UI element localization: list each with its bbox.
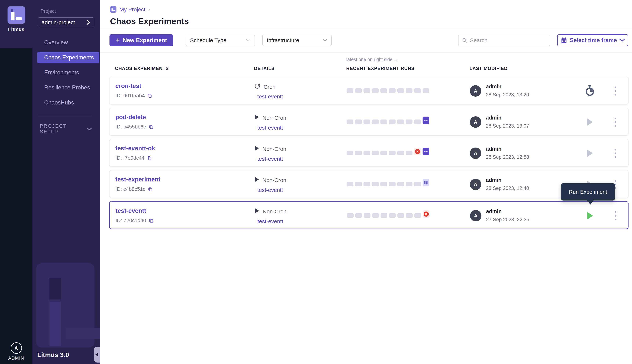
rail-user-section: A ADMIN <box>0 342 33 364</box>
project-label: Project <box>41 8 100 14</box>
infrastructure-link[interactable]: test-eventt <box>257 187 283 193</box>
play-outline-icon <box>255 208 259 215</box>
infrastructure-link[interactable]: test-eventt <box>257 156 283 162</box>
sidebar-item-resilience-probes[interactable]: Resilience Probes <box>37 82 99 93</box>
infrastructure-link[interactable]: test-eventt <box>258 218 283 224</box>
experiment-row-test-eventt[interactable]: test-eventtID: 720c1d40Non-Crontest-even… <box>109 201 628 229</box>
infrastructure-link[interactable]: test-eventt <box>257 125 283 131</box>
run-paused-cell[interactable] <box>423 179 429 186</box>
experiment-id-text: ID: d01f5ab4 <box>115 93 145 98</box>
rail-logo-section: Litmus <box>0 0 33 48</box>
experiment-name-link[interactable]: cron-test <box>115 82 141 90</box>
run-empty-cell <box>363 182 370 186</box>
experiment-row-test-experiment[interactable]: test-experimentID: c4b8c51cNon-Crontest-… <box>109 170 628 198</box>
row-menu-button[interactable] <box>612 210 619 222</box>
run-running-cell[interactable] <box>423 116 429 124</box>
modified-by-user: admin <box>486 84 501 90</box>
run-experiment-button[interactable] <box>584 147 595 159</box>
run-empty-cell <box>406 182 412 186</box>
run-empty-cell <box>414 182 421 186</box>
run-running-cell[interactable] <box>423 148 429 155</box>
experiment-id-text: ID: c4b8c51c <box>115 186 145 192</box>
schedule-type: Non-Cron <box>254 114 286 121</box>
run-empty-cell <box>372 151 379 155</box>
run-empty-cell <box>372 182 379 186</box>
row-menu-button[interactable] <box>612 147 619 160</box>
run-empty-cell <box>347 88 353 93</box>
run-empty-cell <box>406 88 412 93</box>
run-empty-cell <box>372 120 379 124</box>
select-time-frame-button[interactable]: Select time frame <box>557 34 628 46</box>
run-experiment-button[interactable] <box>584 116 595 128</box>
project-selector[interactable]: admin-project <box>38 18 94 27</box>
experiment-id-text: ID: f7e9dc44 <box>115 155 145 161</box>
sidebar-divider <box>38 116 92 116</box>
run-experiment-button[interactable] <box>584 210 596 222</box>
run-empty-cell <box>397 182 404 186</box>
schedule-type-label: Schedule Type <box>190 37 226 44</box>
recent-runs <box>347 116 429 124</box>
calendar-icon <box>561 37 567 44</box>
run-empty-cell <box>347 151 353 155</box>
copy-icon[interactable] <box>147 156 152 160</box>
experiment-row-pod-delete[interactable]: pod-deleteID: b455bb6eNon-Crontest-event… <box>109 108 628 136</box>
modified-date: 27 Sep 2023, 22:35 <box>486 217 529 222</box>
run-empty-cell <box>397 213 404 218</box>
search-icon <box>462 37 467 44</box>
run-empty-cell <box>347 213 354 218</box>
sidebar-item-chaos-experiments[interactable]: Chaos Experiments <box>37 52 99 63</box>
new-experiment-button[interactable]: + New Experiment <box>110 34 173 46</box>
experiment-name-link[interactable]: pod-delete <box>115 114 146 120</box>
run-failed-cell[interactable]: ✕ <box>423 210 429 218</box>
run-empty-cell <box>406 151 412 155</box>
user-avatar[interactable]: A <box>11 342 22 354</box>
schedule-type-select[interactable]: Schedule Type <box>186 35 255 46</box>
experiment-name-link[interactable]: test-eventt <box>116 207 146 214</box>
run-empty-cell <box>389 120 396 124</box>
row-menu-button[interactable] <box>612 85 619 97</box>
breadcrumb-logo-icon <box>110 6 117 13</box>
run-failed-cell[interactable]: ✕ <box>414 148 421 155</box>
modified-by-user: admin <box>486 208 502 214</box>
copy-icon[interactable] <box>149 124 154 130</box>
schedule-type-label: Cron <box>264 84 275 90</box>
sidebar-item-chaoshubs[interactable]: ChaosHubs <box>37 97 99 108</box>
breadcrumb: My Project › <box>110 6 632 13</box>
infrastructure-select[interactable]: Infrastructure <box>262 35 332 46</box>
litmus-logo-icon <box>8 6 25 24</box>
copy-icon[interactable] <box>149 218 154 223</box>
experiment-name-link[interactable]: test-experiment <box>115 176 161 183</box>
run-empty-cell <box>414 213 421 218</box>
run-empty-cell <box>372 88 379 93</box>
modified-by-user: admin <box>486 146 501 152</box>
sidebar-collapse-button[interactable] <box>94 347 100 362</box>
run-empty-cell <box>355 213 362 218</box>
sidebar-item-project-setup[interactable]: PROJECT SETUP <box>40 123 92 135</box>
timer-icon[interactable] <box>584 85 595 97</box>
main-content: My Project › Chaos Experiments + New Exp… <box>100 0 632 364</box>
recent-runs: ✕ <box>347 210 429 218</box>
copy-icon[interactable] <box>148 187 153 192</box>
avatar: A <box>470 210 481 222</box>
latest-run-hint: latest one on right side → <box>346 57 398 62</box>
sidebar-item-environments[interactable]: Environments <box>37 67 99 78</box>
modified-by-user: admin <box>486 115 501 121</box>
project-selector-value: admin-project <box>42 19 75 26</box>
copy-icon[interactable] <box>147 93 152 98</box>
recent-runs <box>347 179 429 186</box>
search-input[interactable] <box>470 37 546 44</box>
modified-date: 28 Sep 2023, 13:07 <box>486 123 529 129</box>
experiment-name-link[interactable]: test-eventt-ok <box>115 145 155 152</box>
schedule-type-label: Non-Cron <box>262 115 286 121</box>
sidebar-item-overview[interactable]: Overview <box>37 37 99 48</box>
sidebar: Project admin-project OverviewChaos Expe… <box>33 0 100 364</box>
row-menu-button[interactable] <box>612 116 619 128</box>
breadcrumb-project-link[interactable]: My Project <box>119 6 146 13</box>
search-box <box>458 35 550 46</box>
infrastructure-link[interactable]: test-eventt <box>257 94 283 100</box>
experiment-id-text: ID: 720c1d40 <box>116 218 146 224</box>
experiment-row-cron-test[interactable]: cron-testID: d01f5ab4Crontest-eventtAadm… <box>109 76 628 104</box>
infrastructure-label: Infrastructure <box>267 37 299 44</box>
experiment-row-test-eventt-ok[interactable]: test-eventt-okID: f7e9dc44Non-Crontest-e… <box>109 139 628 167</box>
play-icon-enabled <box>587 212 593 220</box>
